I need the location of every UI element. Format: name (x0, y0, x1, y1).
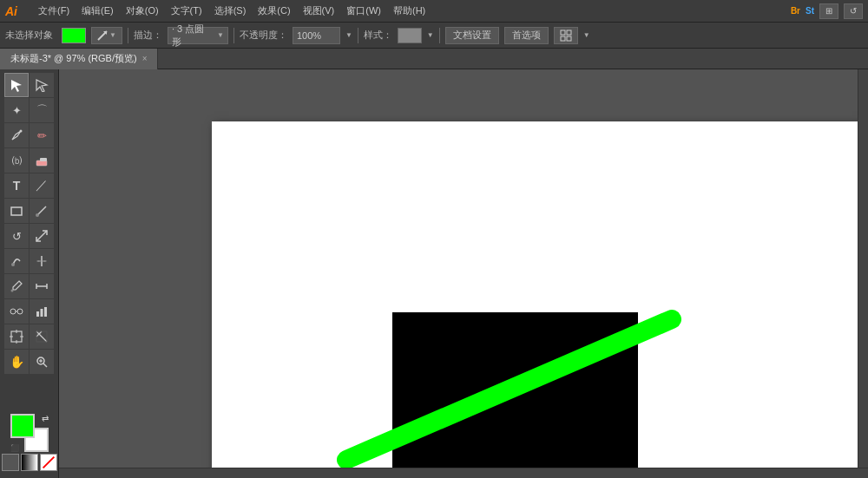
svg-point-14 (11, 263, 15, 266)
hand-tool[interactable]: ✋ (4, 350, 29, 374)
svg-marker-6 (11, 80, 22, 92)
pencil-tool[interactable]: ✏ (30, 123, 54, 147)
lasso-tool[interactable]: ⌒ (30, 98, 54, 122)
warp-tool[interactable] (4, 249, 29, 273)
menu-select[interactable]: 选择(S) (209, 3, 252, 19)
zoom-tool[interactable] (30, 350, 54, 374)
canvas-area[interactable] (59, 69, 868, 478)
slice-tool[interactable] (30, 324, 54, 349)
main-layout: ✦ ⌒ ✏ ⒝ T ／ ↺ (0, 69, 868, 478)
br-icon[interactable]: Br (791, 6, 800, 16)
column-graph-tool[interactable] (30, 299, 54, 324)
width-tool[interactable] (30, 249, 54, 273)
swap-colors-icon[interactable]: ⇄ (42, 414, 49, 423)
tab-title: 未标题-3* @ 97% (RGB/预览) (10, 52, 137, 65)
color-section: ⇄ ⬛ (2, 414, 57, 475)
opacity-label: 不透明度： (240, 29, 287, 42)
separator-4 (439, 28, 440, 43)
solid-color-btn[interactable] (2, 454, 19, 471)
fg-bg-swatches: ⇄ ⬛ (10, 414, 49, 452)
opacity-chevron: ▼ (345, 31, 352, 39)
stroke-arrow-btn[interactable]: ▼ (91, 27, 122, 44)
svg-marker-7 (36, 80, 47, 92)
tool-row-3: ✏ (4, 123, 54, 147)
style-swatch[interactable] (398, 28, 422, 43)
svg-rect-23 (36, 311, 39, 317)
arrange-icon-button[interactable] (554, 27, 578, 44)
blend-tool[interactable] (4, 299, 29, 324)
menu-file[interactable]: 文件(F) (33, 3, 75, 19)
horizontal-scrollbar[interactable] (59, 468, 868, 478)
menu-window[interactable]: 窗口(W) (341, 3, 386, 19)
opacity-value: 100% (297, 30, 321, 41)
tool-row-12: ✋ (4, 350, 54, 374)
measure-tool[interactable] (30, 274, 54, 298)
svg-point-20 (10, 309, 16, 314)
prefs-button[interactable]: 首选项 (504, 27, 549, 44)
style-label: 样式： (364, 29, 392, 42)
tool-row-9 (4, 274, 54, 298)
stroke-input[interactable]: · 3 点圆形 ▼ (168, 27, 228, 44)
artboard-tool[interactable] (4, 324, 29, 349)
document-tab[interactable]: 未标题-3* @ 97% (RGB/预览) × (0, 49, 158, 69)
svg-rect-24 (41, 309, 43, 317)
blob-brush-tool[interactable]: ⒝ (4, 148, 29, 173)
stroke-label: 描边： (134, 29, 162, 42)
left-toolbar: ✦ ⌒ ✏ ⒝ T ／ ↺ (0, 69, 59, 478)
svg-point-16 (11, 290, 14, 292)
eyedropper-tool[interactable] (4, 274, 29, 298)
stroke-chevron: ▼ (217, 31, 224, 39)
doc-settings-button[interactable]: 文档设置 (445, 27, 499, 44)
reset-colors-icon[interactable]: ⬛ (10, 444, 19, 452)
artboard (212, 121, 863, 478)
ai-logo: Ai (5, 4, 26, 18)
none-btn[interactable] (40, 454, 57, 471)
grid-icon-btn[interactable]: ⊞ (819, 3, 838, 19)
pen-tool[interactable] (4, 123, 29, 147)
stroke-dropdown-chevron: ▼ (109, 31, 116, 39)
direct-selection-tool[interactable] (30, 73, 54, 97)
menu-object[interactable]: 对象(O) (121, 3, 164, 19)
menu-edit[interactable]: 编辑(E) (76, 3, 119, 19)
fill-color-swatch[interactable] (62, 28, 86, 43)
opacity-input[interactable]: 100% (293, 27, 340, 44)
sync-icon-btn[interactable]: ↺ (844, 3, 863, 19)
svg-point-8 (20, 130, 23, 133)
tab-close-icon[interactable]: × (142, 54, 148, 63)
options-bar: 未选择对象 ▼ 描边： · 3 点圆形 ▼ 不透明度： 100% ▼ 样式： ▼… (0, 23, 868, 49)
title-bar-right: Br St ⊞ ↺ (791, 3, 863, 19)
svg-rect-25 (44, 307, 47, 317)
tool-row-6 (4, 199, 54, 223)
menu-effect[interactable]: 效果(C) (253, 3, 295, 19)
tool-row-2: ✦ ⌒ (4, 98, 54, 122)
rotate-tool[interactable]: ↺ (4, 224, 29, 248)
arrange-chevron: ▼ (583, 31, 590, 39)
vertical-scrollbar[interactable] (858, 69, 868, 468)
gradient-btn[interactable] (21, 454, 38, 471)
tool-row-10 (4, 299, 54, 324)
tool-row-11 (4, 324, 54, 349)
scale-tool[interactable] (30, 224, 54, 248)
menu-type[interactable]: 文字(T) (166, 3, 207, 19)
magic-wand-tool[interactable]: ✦ (4, 98, 29, 122)
foreground-color-swatch[interactable] (10, 414, 35, 438)
svg-rect-4 (561, 36, 565, 41)
menu-help[interactable]: 帮助(H) (388, 3, 431, 19)
selection-tool[interactable] (4, 73, 29, 97)
svg-point-21 (17, 309, 23, 314)
type-tool[interactable]: T (4, 174, 29, 198)
svg-rect-3 (567, 30, 571, 35)
tab-bar: 未标题-3* @ 97% (RGB/预览) × (0, 49, 868, 69)
svg-line-33 (43, 363, 47, 367)
eraser-tool[interactable] (30, 148, 54, 173)
pencil-tool-2[interactable] (30, 199, 54, 223)
title-bar: Ai 文件(F) 编辑(E) 对象(O) 文字(T) 选择(S) 效果(C) 视… (0, 0, 868, 23)
title-bar-menus: 文件(F) 编辑(E) 对象(O) 文字(T) 选择(S) 效果(C) 视图(V… (33, 3, 431, 19)
tool-row-8 (4, 249, 54, 273)
line-tool[interactable]: ／ (30, 174, 54, 198)
menu-view[interactable]: 视图(V) (298, 3, 340, 19)
rect-tool[interactable] (4, 199, 29, 223)
black-rectangle (392, 312, 638, 478)
st-icon[interactable]: St (806, 6, 814, 16)
tool-row-7: ↺ (4, 224, 54, 248)
